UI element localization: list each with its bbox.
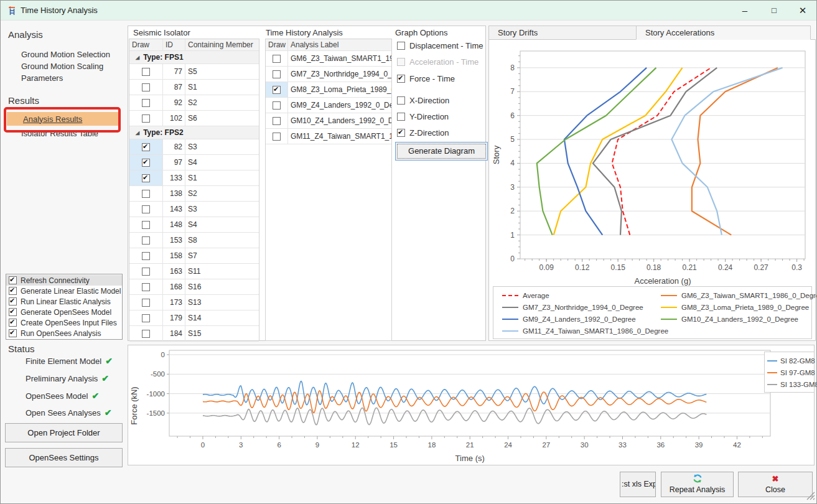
checkbox[interactable] (397, 58, 405, 66)
analysis-row[interactable]: GM6_Z3_Taiwan_SMART1_198... (266, 51, 391, 67)
analysis-row[interactable]: GM10_Z4_Landers_1992_0_D... (266, 113, 391, 129)
checkbox[interactable] (273, 133, 281, 141)
checkbox[interactable] (142, 314, 150, 322)
group-row[interactable]: ◢Type: FPS2 (129, 126, 259, 139)
checkbox[interactable] (142, 99, 150, 107)
draw-cell (129, 155, 163, 170)
analysis-row[interactable]: GM7_Z3_Northridge_1994_0_... (266, 67, 391, 82)
graph-option-row[interactable]: Z-Direction (397, 128, 449, 138)
col-header-draw[interactable]: Draw (266, 39, 288, 50)
open-project-folder-button[interactable]: Open Project Folder (5, 423, 123, 442)
isolator-row[interactable]: 179S14 (129, 310, 259, 326)
tab-story-accelerations[interactable]: Story Accelerations (636, 26, 811, 40)
checkbox[interactable] (142, 159, 150, 167)
checkbox[interactable] (142, 299, 150, 307)
tab-story-drifts[interactable]: Story Drifts (488, 26, 637, 40)
group-row[interactable]: ◢Type: FPS1 (129, 51, 259, 64)
isolator-row[interactable]: 143S3 (129, 202, 259, 217)
graph-option-row[interactable]: X-Direction (397, 96, 449, 105)
pipeline-check-row[interactable]: Generate OpenSees Model (6, 307, 122, 317)
isolator-row[interactable]: 82S3 (129, 139, 259, 155)
checkbox[interactable] (9, 297, 17, 306)
col-header-member[interactable]: Containing Member (185, 39, 259, 50)
graph-option-row[interactable]: Y-Direction (397, 112, 449, 121)
checkbox[interactable] (273, 101, 281, 110)
checkbox[interactable] (142, 174, 150, 182)
checkbox[interactable] (142, 252, 150, 260)
repeat-analysis-button[interactable]: Repeat Analysis (661, 472, 734, 497)
close-window-button[interactable]: ✕ (790, 3, 815, 18)
svg-text:36: 36 (656, 441, 665, 449)
checkbox[interactable] (142, 190, 150, 198)
sidebar-item-parameters[interactable]: Parameters (21, 73, 63, 83)
analysis-row[interactable]: GM9_Z4_Landers_1992_0_De... (266, 98, 391, 113)
isolator-row[interactable]: 87S1 (129, 80, 259, 95)
checkbox[interactable] (142, 114, 150, 123)
isolator-row[interactable]: 92S2 (129, 95, 259, 111)
checkbox[interactable] (9, 308, 17, 316)
isolator-row[interactable]: 163S11 (129, 264, 259, 279)
collapse-triangle-icon[interactable]: ◢ (136, 130, 139, 136)
sidebar-item-isolator-results-table[interactable]: Isolator Results Table (21, 129, 98, 138)
opensees-settings-button[interactable]: OpenSees Settings (5, 448, 123, 467)
sidebar-item-analysis-results[interactable]: Analysis Results (7, 112, 119, 126)
pipeline-check-row[interactable]: Create OpenSees Input Files (6, 317, 122, 328)
checkbox[interactable] (273, 86, 281, 94)
col-header-analysis-label[interactable]: Analysis Label (288, 39, 391, 50)
isolator-row[interactable]: 133S1 (129, 170, 259, 186)
isolator-row[interactable]: 158S7 (129, 248, 259, 264)
pipeline-check-row[interactable]: Run Linear Elastic Analysis (6, 296, 122, 307)
analysis-row[interactable]: GM11_Z4_Taiwan_SMART1_19... (266, 129, 391, 144)
isolator-row[interactable]: 173S13 (129, 295, 259, 310)
checkbox[interactable] (9, 276, 17, 284)
col-header-draw[interactable]: Draw (129, 39, 163, 50)
checkbox[interactable] (142, 83, 150, 91)
pipeline-check-row[interactable]: Generate Linear Elastic Model (6, 286, 122, 296)
checkbox[interactable] (9, 329, 17, 337)
analysis-row[interactable]: GM8_Z3_Loma_Prieta_1989_0... (266, 82, 391, 98)
graph-option-row[interactable]: Acceleration - Time (397, 57, 479, 67)
checkbox[interactable] (142, 330, 150, 338)
checkbox[interactable] (273, 55, 281, 63)
checkbox[interactable] (273, 117, 281, 125)
checkbox[interactable] (397, 42, 405, 50)
checkbox[interactable] (9, 319, 17, 327)
checkbox[interactable] (9, 287, 17, 295)
resize-grip[interactable] (806, 492, 815, 502)
sidebar-item-ground-motion-selection[interactable]: Ground Motion Selection (21, 50, 110, 59)
graph-option-row[interactable]: Force - Time (397, 74, 455, 83)
checkbox[interactable] (142, 143, 150, 151)
isolator-row[interactable]: 168S16 (129, 279, 259, 295)
checkbox[interactable] (142, 221, 150, 229)
checkbox[interactable] (142, 236, 150, 245)
checkbox[interactable] (142, 205, 150, 213)
checkbox[interactable] (397, 113, 405, 121)
isolator-row[interactable]: 184S15 (129, 326, 259, 342)
close-button[interactable]: ✖ Close (738, 472, 813, 497)
xls-export-button[interactable]: :st xls Expo (620, 472, 656, 497)
pipeline-check-row[interactable]: Refresh Connectivity (6, 275, 122, 286)
generate-diagram-button[interactable]: Generate Diagram (395, 142, 488, 161)
checkbox[interactable] (142, 283, 150, 291)
isolator-row[interactable]: 153S8 (129, 233, 259, 248)
checkbox[interactable] (142, 268, 150, 276)
svg-text:24: 24 (504, 441, 512, 449)
checkbox[interactable] (397, 75, 405, 83)
checkbox[interactable] (397, 96, 405, 105)
pipeline-check-row[interactable]: Run OpenSees Analysis (6, 328, 122, 338)
isolator-row[interactable]: 138S2 (129, 186, 259, 202)
minimize-button[interactable]: – (732, 3, 757, 18)
isolator-row[interactable]: 77S5 (129, 64, 259, 80)
collapse-triangle-icon[interactable]: ◢ (136, 55, 139, 60)
checkbox[interactable] (397, 129, 405, 137)
pipeline-check-label: Generate OpenSees Model (21, 308, 111, 317)
graph-option-row[interactable]: Displacement - Time (397, 41, 483, 50)
col-header-id[interactable]: ID (163, 39, 185, 50)
sidebar-item-ground-motion-scaling[interactable]: Ground Motion Scaling (21, 62, 103, 71)
checkbox[interactable] (273, 70, 281, 78)
checkbox[interactable] (142, 68, 150, 76)
isolator-row[interactable]: 102S6 (129, 111, 259, 126)
maximize-button[interactable]: □ (762, 3, 787, 18)
isolator-row[interactable]: 97S4 (129, 155, 259, 170)
isolator-row[interactable]: 148S4 (129, 217, 259, 233)
